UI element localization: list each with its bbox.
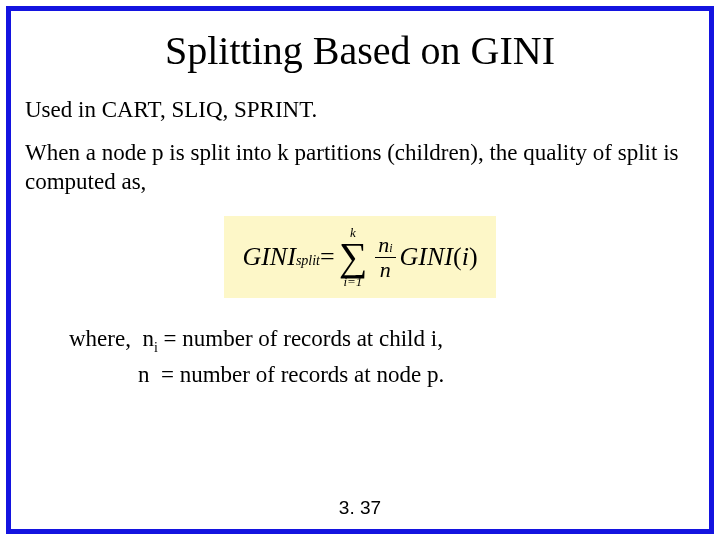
where-line1-pre: where, n bbox=[69, 326, 154, 351]
frac-num-var: n bbox=[378, 232, 389, 257]
formula-rhs-arg: i bbox=[462, 242, 469, 272]
page-number: 3. 37 bbox=[11, 497, 709, 519]
bullet-line-1: Used in CART, SLIQ, SPRINT. bbox=[25, 96, 695, 125]
formula-lhs-gini: GINI bbox=[242, 242, 295, 272]
paren-close: ) bbox=[469, 242, 478, 272]
gini-split-formula: GINIsplit = k ∑ i=1 ni n GINI(i) bbox=[224, 216, 495, 298]
summation-block: k ∑ i=1 bbox=[339, 226, 368, 288]
formula-container: GINIsplit = k ∑ i=1 ni n GINI(i) bbox=[25, 216, 695, 298]
slide-frame: Splitting Based on GINI Used in CART, SL… bbox=[6, 6, 714, 534]
bullet-line-2: When a node p is split into k partitions… bbox=[25, 139, 695, 197]
fraction: ni n bbox=[375, 234, 395, 281]
frac-num-sub: i bbox=[389, 241, 392, 255]
fraction-denominator: n bbox=[380, 258, 391, 281]
paren-open: ( bbox=[453, 242, 462, 272]
where-line-2: n = number of records at node p. bbox=[69, 358, 695, 391]
formula-rhs-gini: GINI bbox=[400, 242, 453, 272]
slide-title: Splitting Based on GINI bbox=[25, 27, 695, 74]
sum-lower-limit: i=1 bbox=[343, 275, 362, 288]
fraction-numerator: ni bbox=[375, 234, 395, 258]
sigma-symbol: ∑ bbox=[339, 239, 368, 275]
formula-lhs-sub: split bbox=[296, 253, 320, 269]
where-line1-post: = number of records at child i, bbox=[158, 326, 443, 351]
where-line-1: where, ni = number of records at child i… bbox=[69, 322, 695, 358]
formula-equals: = bbox=[320, 242, 335, 272]
where-definitions: where, ni = number of records at child i… bbox=[69, 322, 695, 391]
formula-row: GINIsplit = k ∑ i=1 ni n GINI(i) bbox=[242, 226, 477, 288]
